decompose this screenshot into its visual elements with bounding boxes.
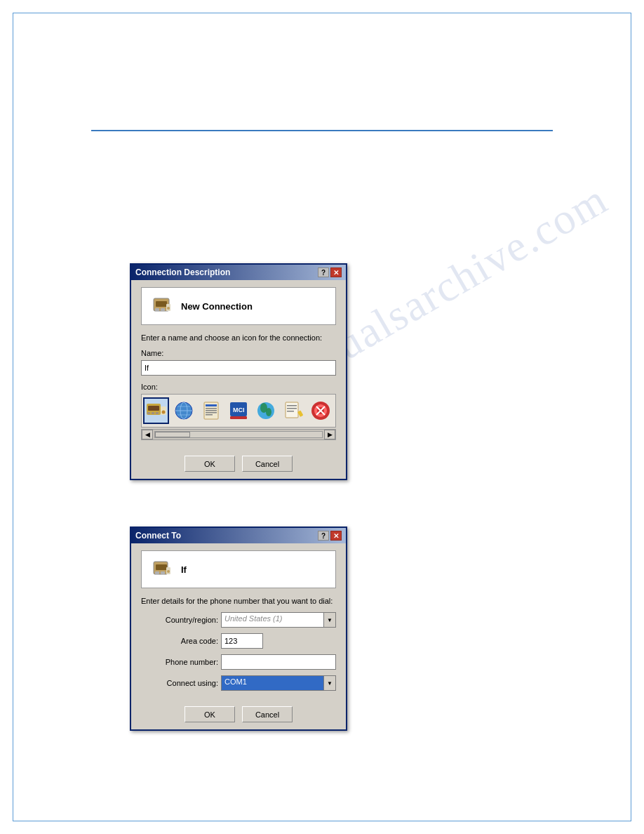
dialog1-help-button[interactable]: ? xyxy=(318,267,329,277)
dialog2-country-row: Country/region: United States (1) ▼ xyxy=(141,612,336,628)
dialog1-header-area: New Connection xyxy=(141,287,336,325)
dialog2-phone-field xyxy=(221,654,336,670)
dialog2-country-arrow[interactable]: ▼ xyxy=(323,612,336,628)
dialog1-header-text: New Connection xyxy=(181,301,253,312)
dialog1-name-input[interactable] xyxy=(141,360,336,376)
top-line xyxy=(91,130,553,131)
svg-rect-41 xyxy=(161,571,165,574)
icon-scroll-right[interactable]: ▶ xyxy=(324,430,335,439)
dialog2-phone-row: Phone number: xyxy=(141,654,336,670)
dialog1-body: New Connection Enter a name and choose a… xyxy=(131,280,346,479)
svg-rect-22 xyxy=(206,412,217,413)
dialog2-ok-button[interactable]: OK xyxy=(185,706,235,722)
dialog1-controls: ? ✕ xyxy=(318,267,342,277)
dialog2-header-icon xyxy=(149,557,174,582)
svg-rect-39 xyxy=(156,564,167,570)
icon-item-4[interactable]: MCI xyxy=(225,397,251,424)
svg-rect-30 xyxy=(286,402,298,418)
svg-text:MCI: MCI xyxy=(233,406,245,413)
dialog2-body: If Enter details for the phone number th… xyxy=(131,543,346,729)
dialog2-phone-label: Phone number: xyxy=(141,658,218,666)
icon-scroll-thumb[interactable] xyxy=(155,432,190,437)
svg-point-29 xyxy=(266,408,271,416)
svg-rect-11 xyxy=(152,412,154,414)
svg-rect-1 xyxy=(156,301,167,307)
dialog2-connect-label: Connect using: xyxy=(141,679,218,687)
dialog1-buttons: OK Cancel xyxy=(141,450,336,472)
icon-item-3[interactable] xyxy=(198,397,224,424)
dialog1-title: Connection Description xyxy=(135,267,230,277)
dialog2-header-text: If xyxy=(181,564,187,575)
dialog1-instruction: Enter a name and choose an icon for the … xyxy=(141,333,336,342)
icon-item-7[interactable] xyxy=(308,397,334,424)
svg-rect-33 xyxy=(287,411,294,412)
svg-point-43 xyxy=(167,570,170,573)
svg-rect-12 xyxy=(156,412,159,414)
dialog2-header-area: If xyxy=(141,550,336,588)
svg-rect-23 xyxy=(206,414,213,416)
dialog2-instruction: Enter details for the phone number that … xyxy=(141,597,336,605)
icon-scroll-left[interactable]: ◀ xyxy=(142,430,153,439)
dialog2-connect-select[interactable]: COM1 xyxy=(221,675,323,691)
dialog2-area-field xyxy=(221,633,263,649)
svg-rect-32 xyxy=(287,408,297,409)
svg-rect-2 xyxy=(155,308,159,311)
phone2-icon xyxy=(149,557,173,581)
svg-rect-19 xyxy=(206,404,217,406)
dialog2-phone-input[interactable] xyxy=(221,654,336,670)
dialog2-connect-row: Connect using: COM1 ▼ xyxy=(141,675,336,691)
dialog1-header-icon xyxy=(149,293,174,319)
svg-rect-21 xyxy=(206,410,217,411)
svg-rect-40 xyxy=(155,571,159,574)
dialog2-connect-arrow[interactable]: ▼ xyxy=(323,675,336,691)
svg-rect-26 xyxy=(230,416,247,419)
dialog2-cancel-button[interactable]: Cancel xyxy=(242,706,293,722)
dialog2-connect-field: COM1 ▼ xyxy=(221,675,336,691)
dialog1-icon-strip: MCI xyxy=(141,394,336,428)
dialog2-area-input[interactable] xyxy=(221,633,263,649)
dialog2-area-label: Area code: xyxy=(141,637,218,645)
dialog1-ok-button[interactable]: OK xyxy=(185,456,235,472)
dialog2-title: Connect To xyxy=(135,531,181,541)
svg-rect-7 xyxy=(148,406,159,411)
svg-rect-31 xyxy=(287,405,297,406)
dialog1-close-button[interactable]: ✕ xyxy=(330,267,342,277)
dialog2-country-select[interactable]: United States (1) xyxy=(221,612,323,628)
connection-description-dialog: Connection Description ? ✕ New Connectio… xyxy=(130,263,347,480)
dialog2-title-text: Connect To xyxy=(135,531,181,541)
dialog2-country-label: Country/region: xyxy=(141,616,218,624)
svg-rect-3 xyxy=(161,308,165,311)
dialog2-titlebar: Connect To ? ✕ xyxy=(131,528,346,543)
dialog2-country-field: United States (1) ▼ xyxy=(221,612,336,628)
svg-rect-10 xyxy=(147,412,150,414)
dialog2-buttons: OK Cancel xyxy=(141,701,336,722)
dialog2-controls: ? ✕ xyxy=(318,531,342,541)
dialog1-cancel-button[interactable]: Cancel xyxy=(242,456,293,472)
icon-item-1[interactable] xyxy=(143,397,169,424)
icon-item-5[interactable] xyxy=(253,397,279,424)
connect-to-dialog: Connect To ? ✕ If Enter details for the … xyxy=(130,527,347,731)
dialog1-icon-label: Icon: xyxy=(141,383,336,391)
dialog1-name-label: Name: xyxy=(141,349,336,357)
icon-item-2[interactable] xyxy=(170,397,196,424)
dialog2-close-button[interactable]: ✕ xyxy=(330,531,342,541)
dialog1-title-text: Connection Description xyxy=(135,267,230,277)
dialog2-area-row: Area code: xyxy=(141,633,336,649)
svg-rect-20 xyxy=(206,408,217,409)
svg-point-9 xyxy=(161,411,165,414)
dialog1-titlebar: Connection Description ? ✕ xyxy=(131,265,346,280)
phone-icon xyxy=(149,294,173,318)
dialog2-help-button[interactable]: ? xyxy=(318,531,329,541)
icon-item-6[interactable] xyxy=(281,397,307,424)
svg-point-5 xyxy=(167,307,170,310)
